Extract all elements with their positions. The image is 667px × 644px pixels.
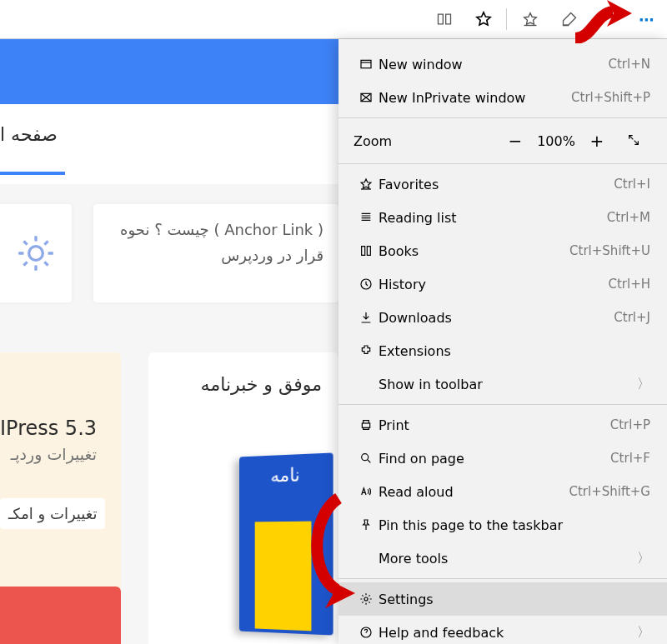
menu-item-history[interactable]: History Ctrl+H: [339, 267, 667, 301]
star-icon: [354, 177, 379, 191]
menu-shortcut: Ctrl+Shift+U: [569, 243, 650, 258]
menu-label: Help and feedback: [379, 625, 637, 641]
ipress-block: IPress 5.3 تغییرات وردپـ: [0, 417, 97, 463]
svg-point-5: [362, 454, 369, 461]
menu-label: Downloads: [379, 310, 614, 326]
menu-label: Favorites: [379, 177, 614, 192]
menu-label: Find on page: [379, 451, 610, 467]
menu-item-read-aloud[interactable]: Read aloud Ctrl+Shift+G: [339, 475, 667, 508]
menu-label: Show in toolbar: [379, 377, 637, 392]
extensions-icon: [354, 344, 379, 357]
favorites-hub-icon[interactable]: [510, 0, 549, 39]
ipress-subtitle: تغییرات وردپـ: [0, 445, 97, 463]
red-promo-card: [0, 587, 121, 644]
menu-separator: [339, 117, 667, 118]
more-menu-button[interactable]: ⋯: [628, 0, 667, 39]
menu-label: Settings: [379, 592, 650, 607]
sidebar-promo-card: [0, 352, 121, 602]
menu-label: History: [379, 277, 608, 292]
settings-dropdown-menu: New window Ctrl+N New InPrivate window C…: [339, 39, 667, 644]
menu-label: Books: [379, 243, 569, 259]
menu-item-print[interactable]: Print Ctrl+P: [339, 408, 667, 442]
article-card-icon[interactable]: [0, 204, 72, 302]
menu-shortcut: Ctrl+Shift+G: [569, 484, 650, 499]
book-title: نامه: [239, 463, 334, 487]
zoom-in-button[interactable]: +: [579, 131, 615, 151]
page-headline: صفحه ا: [0, 124, 58, 145]
favorite-star-icon[interactable]: [464, 0, 503, 39]
menu-label: New window: [379, 57, 609, 72]
menu-item-new-window[interactable]: New window Ctrl+N: [339, 47, 667, 81]
history-icon: [354, 277, 379, 291]
newsletter-title: موفق و خبرنامه: [165, 374, 322, 395]
gear-doodle-icon: [15, 232, 57, 274]
books-icon: [354, 244, 379, 257]
menu-separator: [339, 578, 667, 579]
more-glyph: ⋯: [639, 11, 656, 28]
ipress-chip[interactable]: تغییرات و امکـ: [0, 498, 105, 529]
menu-label: Extensions: [379, 343, 650, 359]
chevron-right-icon: 〉: [637, 624, 650, 642]
menu-item-pin[interactable]: Pin this page to the taskbar: [339, 508, 667, 542]
fullscreen-button[interactable]: [615, 131, 652, 151]
menu-item-help[interactable]: Help and feedback 〉: [339, 616, 667, 644]
menu-shortcut: Ctrl+N: [609, 57, 650, 72]
menu-separator: [339, 404, 667, 405]
annotation-arrow-settings: [300, 492, 372, 620]
menu-item-downloads[interactable]: Downloads Ctrl+J: [339, 301, 667, 334]
menu-item-reading-list[interactable]: Reading list Ctrl+M: [339, 201, 667, 234]
chevron-right-icon: 〉: [637, 550, 650, 567]
annotation-arrow-top: [567, 0, 634, 47]
menu-shortcut: Ctrl+I: [614, 177, 650, 192]
active-tab-underline: [0, 172, 65, 175]
reading-view-icon[interactable]: [424, 0, 464, 39]
window-icon: [354, 57, 379, 71]
zoom-percentage: 100%: [534, 133, 579, 149]
article-card[interactable]: ( Anchor Link ) چیست ؟ نحوه قرار در وردپ…: [93, 204, 339, 302]
menu-item-favorites[interactable]: Favorites Ctrl+I: [339, 167, 667, 201]
article-card-text: ( Anchor Link ) چیست ؟ نحوه قرار در وردپ…: [120, 221, 323, 264]
menu-item-books[interactable]: Books Ctrl+Shift+U: [339, 234, 667, 267]
toolbar-separator: [506, 8, 507, 30]
menu-shortcut: Ctrl+J: [614, 310, 650, 325]
menu-item-find[interactable]: Find on page Ctrl+F: [339, 442, 667, 475]
menu-item-new-inprivate[interactable]: New InPrivate window Ctrl+Shift+P: [339, 81, 667, 114]
menu-shortcut: Ctrl+M: [607, 210, 650, 225]
menu-label: Read aloud: [379, 484, 569, 500]
zoom-label: Zoom: [354, 133, 497, 149]
menu-shortcut: Ctrl+F: [610, 451, 650, 466]
menu-item-settings[interactable]: Settings: [339, 582, 667, 616]
print-icon: [354, 418, 379, 432]
inprivate-icon: [354, 91, 379, 104]
help-icon: [354, 626, 379, 639]
menu-item-show-in-toolbar[interactable]: Show in toolbar 〉: [339, 367, 667, 401]
menu-label: Reading list: [379, 210, 607, 226]
downloads-icon: [354, 311, 379, 324]
menu-label: Print: [379, 417, 610, 433]
menu-shortcut: Ctrl+P: [610, 417, 650, 432]
svg-rect-1: [361, 60, 371, 67]
menu-shortcut: Ctrl+Shift+P: [571, 90, 650, 105]
reading-list-icon: [354, 211, 379, 224]
site-header-band: [0, 39, 339, 104]
menu-item-more-tools[interactable]: More tools 〉: [339, 542, 667, 575]
menu-label: New InPrivate window: [379, 90, 571, 106]
ipress-title: IPress 5.3: [0, 417, 97, 440]
menu-label: Pin this page to the taskbar: [379, 517, 650, 533]
zoom-out-button[interactable]: −: [497, 131, 534, 151]
search-icon: [354, 452, 379, 465]
menu-item-extensions[interactable]: Extensions: [339, 334, 667, 367]
svg-point-0: [29, 247, 43, 261]
menu-shortcut: Ctrl+H: [608, 277, 650, 292]
menu-label: More tools: [379, 551, 637, 567]
menu-zoom-row: Zoom − 100% +: [339, 122, 667, 160]
ipress-chip-label: تغییرات و امکـ: [8, 505, 97, 522]
menu-separator: [339, 163, 667, 164]
chevron-right-icon: 〉: [637, 376, 650, 393]
svg-rect-4: [362, 423, 369, 427]
